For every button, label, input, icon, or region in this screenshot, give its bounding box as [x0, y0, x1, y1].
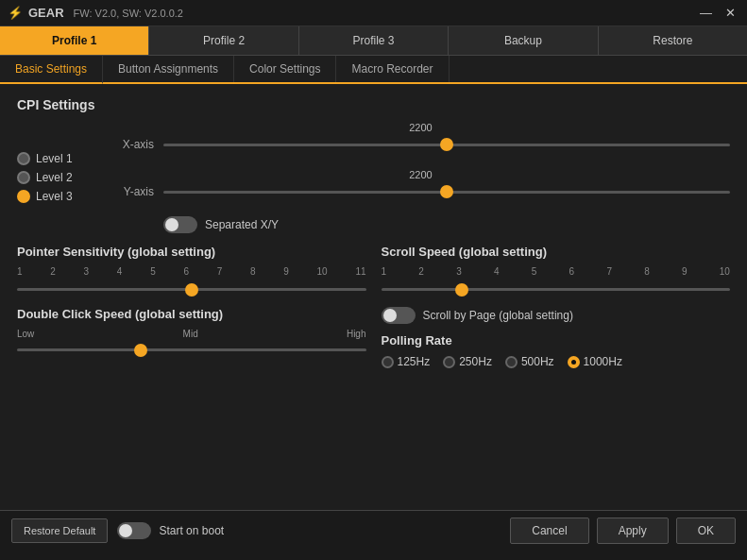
ss-num-6: 6 — [569, 266, 575, 277]
level-2-dot — [17, 171, 30, 184]
cpi-level-1[interactable]: Level 1 — [17, 152, 93, 165]
profile-tab-3[interactable]: Profile 3 — [299, 26, 449, 55]
ps-num-1: 1 — [17, 266, 23, 277]
ps-num-6: 6 — [183, 266, 189, 277]
title-bar: ⚡ GEAR FW: V2.0, SW: V2.0.0.2 — ✕ — [0, 0, 747, 26]
polling-125hz-radio — [382, 356, 394, 368]
restore-default-button[interactable]: Restore Default — [11, 518, 108, 543]
separated-xy-label: Separated X/Y — [205, 218, 279, 231]
ok-button[interactable]: OK — [676, 518, 736, 544]
scroll-by-page-toggle[interactable] — [382, 307, 416, 324]
tab-color-settings[interactable]: Color Settings — [234, 56, 336, 82]
ps-num-10: 10 — [317, 266, 328, 277]
yaxis-slider[interactable] — [163, 191, 730, 194]
secondary-tabs: Basic Settings Button Assignments Color … — [0, 56, 747, 84]
yaxis-row: Y-axis — [111, 182, 730, 201]
title-bar-left: ⚡ GEAR FW: V2.0, SW: V2.0.0.2 — [8, 6, 183, 20]
scroll-by-page-knob — [383, 309, 397, 322]
polling-125hz[interactable]: 125Hz — [382, 355, 431, 368]
dc-high: High — [347, 329, 366, 339]
right-column: Scroll Speed (global setting) 1 2 3 4 5 … — [382, 245, 731, 368]
tab-basic-settings[interactable]: Basic Settings — [0, 56, 103, 84]
polling-rate-group: Polling Rate 125Hz 250Hz 500Hz — [382, 333, 731, 368]
xaxis-slider[interactable] — [163, 144, 730, 146]
scroll-by-page-row: Scroll by Page (global setting) — [382, 307, 731, 324]
polling-250hz[interactable]: 250Hz — [443, 355, 492, 368]
ps-num-4: 4 — [117, 266, 123, 277]
minimize-button[interactable]: — — [696, 7, 716, 19]
polling-1000hz-radio — [568, 356, 580, 368]
ss-num-7: 7 — [606, 266, 612, 277]
cpi-levels: Level 1 Level 2 Level 3 — [17, 122, 93, 233]
fnatic-logo: ⚡ — [8, 6, 23, 20]
polling-500hz-label: 500Hz — [521, 355, 554, 368]
profile-tab-backup[interactable]: Backup — [449, 26, 598, 55]
dc-low: Low — [17, 329, 34, 339]
ss-num-10: 10 — [720, 266, 730, 277]
cpi-level-2[interactable]: Level 2 — [17, 171, 93, 184]
scroll-speed-numbers: 1 2 3 4 5 6 7 8 9 10 — [382, 266, 731, 277]
level-2-label: Level 2 — [36, 171, 73, 184]
scroll-speed-title: Scroll Speed (global setting) — [382, 245, 731, 259]
polling-options: 125Hz 250Hz 500Hz 1000Hz — [382, 355, 731, 368]
xaxis-slider-container — [163, 135, 730, 154]
app-name: GEAR — [28, 6, 64, 20]
yaxis-value: 2200 — [111, 169, 730, 180]
start-on-boot-row: Start on boot — [117, 522, 224, 539]
pointer-sensitivity-title: Pointer Sensitivity (global setting) — [17, 245, 366, 259]
pointer-sensitivity-slider[interactable] — [17, 288, 366, 291]
ss-num-3: 3 — [456, 266, 462, 277]
ss-num-9: 9 — [682, 266, 688, 277]
left-column: Pointer Sensitivity (global setting) 1 2… — [17, 245, 366, 368]
double-click-slider[interactable] — [17, 348, 366, 351]
apply-button[interactable]: Apply — [597, 518, 669, 544]
footer-right: Cancel Apply OK — [510, 518, 736, 544]
polling-1000hz-label: 1000Hz — [584, 355, 622, 368]
scroll-speed-slider[interactable] — [382, 288, 731, 291]
polling-500hz-radio — [505, 356, 518, 368]
polling-250hz-label: 250Hz — [459, 355, 492, 368]
separated-xy-toggle-knob — [165, 218, 178, 231]
cpi-sliders: 2200 X-axis 2200 Y-axis — [111, 122, 730, 233]
double-click-labels: Low Mid High — [17, 329, 366, 339]
close-button[interactable]: ✕ — [722, 7, 739, 19]
polling-rate-title: Polling Rate — [382, 333, 731, 348]
tab-button-assignments[interactable]: Button Assignments — [103, 56, 234, 82]
ss-num-4: 4 — [494, 266, 500, 277]
cpi-section-title: CPI Settings — [17, 97, 730, 112]
tab-macro-recorder[interactable]: Macro Recorder — [336, 56, 449, 82]
main-content: CPI Settings Level 1 Level 2 Level 3 220… — [0, 84, 747, 510]
settings-grid: Pointer Sensitivity (global setting) 1 2… — [17, 245, 730, 368]
profile-tab-restore[interactable]: Restore — [599, 26, 747, 55]
separated-xy-toggle[interactable] — [163, 216, 197, 233]
profile-tab-1[interactable]: Profile 1 — [0, 26, 149, 55]
pointer-sensitivity-numbers: 1 2 3 4 5 6 7 8 9 10 11 — [17, 266, 366, 277]
yaxis-slider-container — [163, 182, 730, 201]
dc-mid: Mid — [183, 329, 198, 339]
ss-num-2: 2 — [418, 266, 424, 277]
footer: Restore Default Start on boot Cancel App… — [0, 510, 747, 550]
ss-num-1: 1 — [382, 266, 387, 277]
ps-num-8: 8 — [250, 266, 256, 277]
start-on-boot-knob — [119, 524, 132, 537]
scroll-by-page-label: Scroll by Page (global setting) — [423, 309, 573, 322]
separated-xy-row: Separated X/Y — [163, 216, 730, 233]
polling-125hz-label: 125Hz — [398, 355, 431, 368]
polling-250hz-radio — [443, 356, 455, 368]
start-on-boot-toggle[interactable] — [117, 522, 151, 539]
polling-500hz[interactable]: 500Hz — [505, 355, 554, 368]
scroll-speed-group: Scroll Speed (global setting) 1 2 3 4 5 … — [382, 245, 731, 294]
ps-num-3: 3 — [84, 266, 90, 277]
ps-num-2: 2 — [50, 266, 56, 277]
double-click-title: Double Click Speed (global setting) — [17, 307, 366, 321]
cancel-button[interactable]: Cancel — [510, 518, 588, 544]
level-1-label: Level 1 — [36, 152, 73, 165]
xaxis-value: 2200 — [111, 122, 730, 133]
level-3-dot — [17, 190, 30, 203]
polling-1000hz[interactable]: 1000Hz — [568, 355, 622, 368]
profile-tab-2[interactable]: Profile 2 — [149, 26, 298, 55]
cpi-level-3[interactable]: Level 3 — [17, 190, 93, 203]
ps-num-11: 11 — [355, 266, 365, 277]
footer-left: Restore Default Start on boot — [11, 518, 501, 543]
title-bar-controls: — ✕ — [696, 7, 739, 19]
